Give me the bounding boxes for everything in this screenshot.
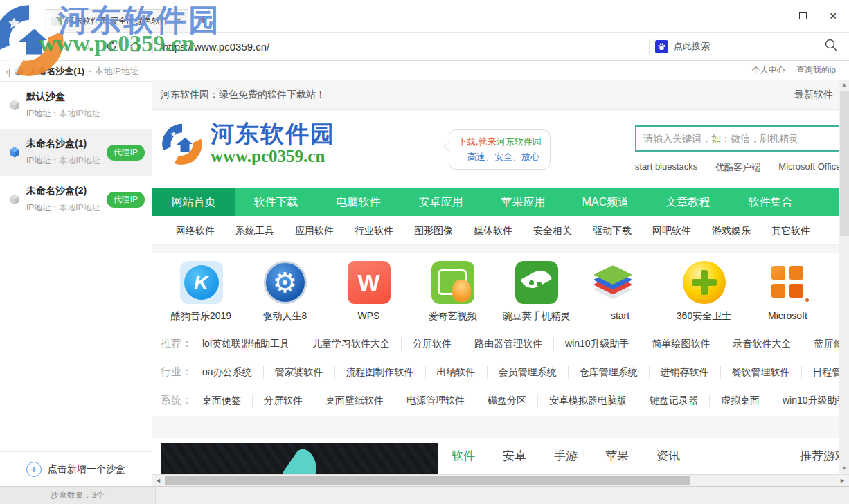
main-nav-item[interactable]: 电脑软件 bbox=[317, 188, 400, 216]
scroll-up-arrow-icon[interactable]: ▲ bbox=[839, 80, 849, 90]
main-nav-item[interactable]: 网站首页 bbox=[152, 188, 235, 216]
tag-link[interactable]: lol英雄联盟辅助工具 bbox=[202, 338, 301, 350]
minimize-button[interactable] bbox=[762, 6, 783, 26]
hot-search-link[interactable]: Microsoft Office bbox=[778, 161, 839, 174]
bottom-tab[interactable]: 安卓 bbox=[503, 448, 526, 464]
app-shortcut[interactable]: K 酷狗音乐2019 bbox=[159, 261, 243, 323]
vertical-scrollbar-thumb[interactable] bbox=[840, 91, 849, 236]
tag-link[interactable]: 进销存软件 bbox=[661, 366, 721, 379]
tag-link[interactable]: 简单绘图软件 bbox=[652, 338, 722, 350]
main-nav-item[interactable]: MAC频道 bbox=[564, 188, 647, 216]
tag-link[interactable]: 虚拟桌面 bbox=[721, 395, 771, 407]
app-shortcut[interactable]: W WPS bbox=[327, 261, 411, 323]
home-icon bbox=[129, 40, 142, 53]
main-nav-item[interactable]: 安卓应用 bbox=[400, 188, 482, 216]
browser-tab[interactable]: 河东软件园-安全的绿色软件 ✕ bbox=[45, 9, 188, 32]
refresh-button[interactable] bbox=[100, 40, 123, 53]
tag-link[interactable]: 分屏软件 bbox=[264, 395, 314, 407]
tab-close-icon[interactable]: ✕ bbox=[175, 16, 182, 26]
app-shortcut[interactable]: ⚙ 驱动人生8 bbox=[243, 261, 327, 323]
main-nav-item[interactable]: 文章教程 bbox=[647, 188, 729, 216]
scroll-left-arrow-icon[interactable]: ◄ bbox=[153, 475, 163, 486]
bottom-tab[interactable]: 苹果 bbox=[605, 448, 629, 464]
baidu-search-shortcut[interactable]: 点此搜索 bbox=[655, 40, 710, 53]
tag-link[interactable]: 出纳软件 bbox=[437, 366, 488, 379]
tag-link[interactable]: 流程图制作软件 bbox=[346, 366, 426, 379]
tag-link[interactable]: win10升级助手 bbox=[783, 395, 839, 407]
tag-link[interactable]: 桌面便签 bbox=[202, 395, 253, 407]
sub-nav-item[interactable]: 图形图像 bbox=[414, 216, 453, 244]
main-nav-item[interactable]: 软件下载 bbox=[235, 188, 317, 216]
sub-nav-item[interactable]: 安全相关 bbox=[533, 216, 572, 244]
tag-link[interactable]: 蓝屏修复工具 bbox=[814, 338, 839, 350]
tag-link[interactable]: 分屏软件 bbox=[413, 338, 463, 350]
maximize-button[interactable] bbox=[792, 6, 813, 26]
main-nav-item[interactable]: 软件集合 bbox=[729, 188, 812, 216]
app-shortcut[interactable]: 豌豆荚手机精灵 bbox=[494, 261, 578, 323]
bottom-tab[interactable]: 资讯 bbox=[656, 448, 680, 464]
tag-link[interactable]: 餐饮管理软件 bbox=[732, 366, 802, 379]
collapse-sidebar-icon[interactable]: ‹| bbox=[6, 66, 10, 77]
tag-link[interactable]: oa办公系统 bbox=[202, 366, 264, 379]
top-link[interactable]: 查询我的ip bbox=[796, 65, 836, 75]
app-shortcut[interactable]: 360安全卫士 bbox=[662, 261, 746, 323]
tag-link[interactable]: 会员管理系统 bbox=[499, 366, 569, 379]
tag-link[interactable]: 儿童学习软件大全 bbox=[312, 338, 402, 350]
hot-search-link[interactable]: start bluestacks bbox=[635, 161, 697, 174]
sub-nav-item[interactable]: 网络软件 bbox=[176, 216, 215, 244]
app-icon bbox=[431, 261, 474, 304]
site-search-input[interactable] bbox=[636, 127, 839, 150]
scroll-down-arrow-icon[interactable]: ▼ bbox=[839, 464, 849, 474]
site-logo-icon bbox=[161, 123, 204, 165]
promo-banner-image[interactable] bbox=[161, 443, 438, 474]
address-bar[interactable]: https://www.pc0359.cn/ bbox=[159, 41, 643, 53]
sub-nav-item[interactable]: 媒体软件 bbox=[474, 216, 512, 244]
bottom-tab-recommended-games[interactable]: 推荐游戏 bbox=[800, 448, 839, 474]
horizontal-scrollbar-thumb[interactable] bbox=[165, 476, 690, 485]
sandbox-list-item[interactable]: 默认沙盒 IP地址：本地IP地址 bbox=[0, 82, 152, 129]
sandbox-list-item[interactable]: 未命名沙盒(2) IP地址：本地IP地址 代理IP bbox=[0, 176, 152, 223]
sub-nav-item[interactable]: 驱动下载 bbox=[593, 216, 632, 244]
tag-link[interactable]: 管家婆软件 bbox=[275, 366, 335, 379]
sub-nav-item[interactable]: 网吧软件 bbox=[652, 216, 691, 244]
sub-nav-item[interactable]: 系统工具 bbox=[235, 216, 274, 244]
new-tab-button[interactable]: + bbox=[194, 11, 212, 29]
app-shortcut[interactable]: start bbox=[578, 261, 662, 323]
app-shortcut[interactable]: Microsoft bbox=[746, 261, 830, 323]
sandbox-header: ‹| 未命名沙盒(1) - 本地IP地址 bbox=[0, 61, 152, 82]
bottom-tab[interactable]: 手游 bbox=[554, 448, 578, 464]
forward-button[interactable]: › bbox=[76, 39, 100, 54]
bottom-tab[interactable]: 软件 bbox=[452, 448, 475, 464]
sub-nav-item[interactable]: 行业软件 bbox=[355, 216, 393, 244]
close-button[interactable]: ✕ bbox=[823, 6, 843, 26]
tag-link[interactable]: 路由器管理软件 bbox=[474, 338, 554, 350]
scroll-right-arrow-icon[interactable]: ► bbox=[837, 475, 848, 486]
horizontal-scrollbar[interactable]: ◄ ► bbox=[152, 474, 849, 486]
tag-link[interactable]: 桌面壁纸软件 bbox=[325, 395, 395, 407]
top-link[interactable]: 个人中心 bbox=[752, 65, 785, 75]
tag-link[interactable]: 键盘记录器 bbox=[650, 395, 710, 407]
latest-software-link[interactable]: 最新软件 bbox=[794, 89, 833, 101]
tag-link[interactable]: 日程管理 bbox=[813, 366, 839, 379]
sub-nav-item[interactable]: 应用软件 bbox=[295, 216, 334, 244]
tag-link[interactable]: 仓库管理系统 bbox=[580, 366, 650, 379]
sandbox-header-sep: - bbox=[88, 66, 91, 76]
site-logo[interactable]: 河东软件园 www.pc0359.cn bbox=[161, 121, 335, 166]
hot-search-link[interactable]: 优酷客户端 bbox=[715, 161, 760, 174]
toolbar-search-button[interactable] bbox=[824, 38, 838, 55]
main-nav-item[interactable]: 苹果应用 bbox=[482, 188, 564, 216]
add-sandbox-button[interactable]: + 点击新增一个沙盒 bbox=[0, 451, 152, 486]
tag-link[interactable]: 电源管理软件 bbox=[406, 395, 476, 407]
home-button[interactable] bbox=[123, 40, 147, 53]
sandbox-list-item[interactable]: 未命名沙盒(1) IP地址：本地IP地址 代理IP bbox=[0, 129, 152, 176]
sub-nav-item[interactable]: 游戏娱乐 bbox=[712, 216, 751, 244]
tag-link[interactable]: 安卓模拟器电脑版 bbox=[549, 395, 638, 407]
sub-nav-item[interactable]: 其它软件 bbox=[771, 216, 810, 244]
tag-link[interactable]: win10升级助手 bbox=[565, 338, 641, 350]
vertical-scrollbar[interactable]: ▲ ▼ bbox=[839, 80, 849, 474]
tag-link[interactable]: 录音软件大全 bbox=[733, 338, 803, 350]
sandbox-cube-icon bbox=[13, 66, 24, 77]
app-shortcut[interactable]: 爱奇艺视频 bbox=[411, 261, 494, 323]
back-button[interactable]: ‹ bbox=[53, 39, 76, 54]
tag-link[interactable]: 磁盘分区 bbox=[488, 395, 538, 407]
